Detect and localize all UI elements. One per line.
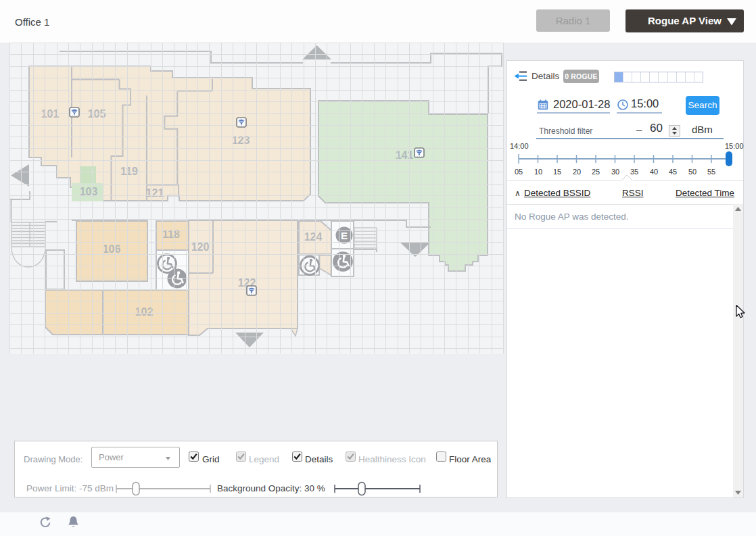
svg-text:120: 120 [191,241,210,253]
svg-text:102: 102 [135,306,153,318]
svg-text:121: 121 [146,187,164,199]
svg-text:105: 105 [88,108,106,120]
svg-text:118: 118 [162,228,180,240]
svg-text:101: 101 [41,108,60,120]
svg-text:E: E [341,230,348,241]
svg-text:106: 106 [103,243,121,255]
svg-text:123: 123 [232,135,250,146]
svg-text:124: 124 [304,231,323,243]
svg-text:119: 119 [120,166,138,177]
